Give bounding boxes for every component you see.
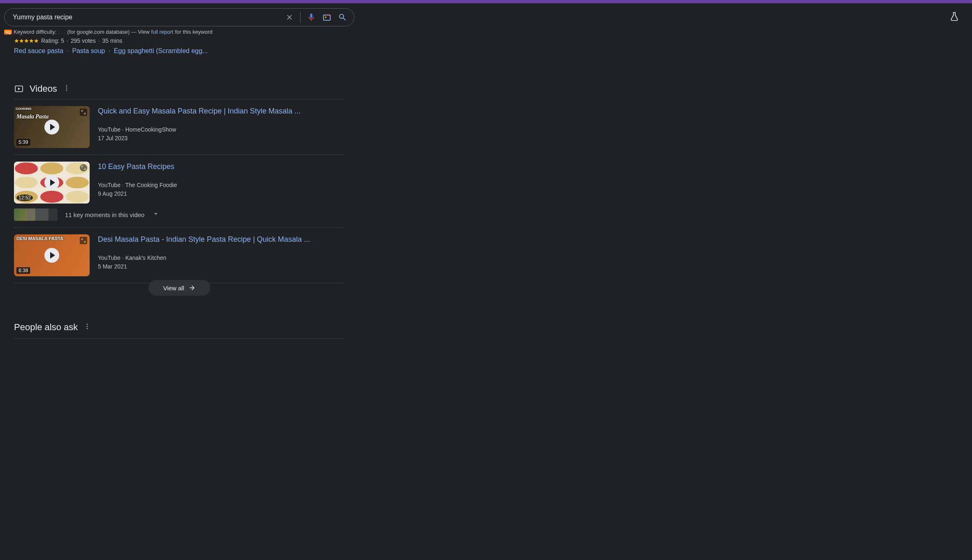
video-meta: YouTube · Kanak's Kitchen 5 Mar 2021: [98, 254, 345, 271]
star-icons: ★★★★★: [14, 37, 39, 44]
svg-point-6: [66, 90, 67, 91]
labs-icon[interactable]: [949, 11, 960, 23]
thumb-tag: COOKING: [16, 107, 31, 111]
video-duration: 6:38: [16, 267, 30, 274]
video-meta: YouTube · HomeCookingShow 17 Jul 2023: [98, 125, 345, 143]
video-title-link[interactable]: 10 Easy Pasta Recipes: [98, 162, 345, 171]
full-report-link[interactable]: full report: [151, 29, 174, 35]
view-all-label: View all: [163, 285, 184, 292]
video-info: Desi Masala Pasta - Indian Style Pasta R…: [98, 234, 345, 276]
sitelink-sep: ·: [67, 47, 69, 54]
svg-rect-0: [324, 15, 331, 21]
keyword-difficulty-bar: SQ Keyword difficulty: . . . (for google…: [0, 26, 972, 37]
search-input[interactable]: [13, 14, 285, 21]
svg-point-9: [87, 328, 88, 329]
video-date: 5 Mar 2021: [98, 263, 127, 270]
video-thumbnail[interactable]: COOKING Masala Pasta 5:39: [14, 106, 90, 148]
video-source: YouTube: [98, 182, 120, 188]
votes-text: 295 votes: [71, 37, 96, 44]
key-moments-row[interactable]: 11 key moments in this video: [14, 205, 345, 228]
video-meta: YouTube · The Cooking Foodie 9 Aug 2021: [98, 181, 345, 198]
video-result: COOKING Masala Pasta 5:39 Quick and Easy…: [14, 100, 345, 155]
voice-search-icon[interactable]: [306, 12, 316, 22]
video-title-link[interactable]: Desi Masala Pasta - Indian Style Pasta R…: [98, 235, 345, 244]
video-date: 17 Jul 2023: [98, 135, 127, 141]
videos-header: Videos: [14, 83, 345, 100]
rating-sep: ·: [67, 37, 68, 44]
paa-title: People also ask: [14, 322, 78, 333]
view-all-row: View all: [14, 283, 345, 305]
search-bar-container: [0, 3, 972, 26]
sitelinks-row: Red sauce pasta · Pasta soup · Egg spagh…: [14, 47, 345, 55]
video-title-link[interactable]: Quick and Easy Masala Pasta Recipe | Ind…: [98, 107, 345, 116]
keyword-db: (for google.com database) — View: [67, 29, 150, 35]
video-date: 9 Aug 2021: [98, 190, 127, 197]
video-source: YouTube: [98, 255, 120, 261]
play-icon[interactable]: [44, 175, 59, 190]
video-result: DESI MASALA PASTA 6:38 Desi Masala Pasta…: [14, 228, 345, 283]
video-thumbnail[interactable]: DESI MASALA PASTA 6:38: [14, 234, 90, 276]
play-icon[interactable]: [44, 120, 59, 134]
video-channel: Kanak's Kitchen: [125, 255, 167, 261]
sitelink-sep: ·: [109, 47, 110, 54]
play-icon[interactable]: [44, 248, 59, 263]
chevron-down-icon[interactable]: [152, 210, 160, 220]
thumb-overlay-text: DESI MASALA PASTA: [16, 236, 63, 241]
video-info: Quick and Easy Masala Pasta Recipe | Ind…: [98, 106, 345, 148]
paa-menu-icon[interactable]: [83, 323, 91, 332]
expand-icon[interactable]: [80, 109, 87, 116]
results-column: ★★★★★ Rating: 5 · 295 votes · 35 mins Re…: [14, 37, 345, 339]
search-icons-group: [285, 12, 351, 23]
rating-sep2: ·: [98, 37, 100, 44]
video-section-icon: [14, 84, 24, 94]
view-all-button[interactable]: View all: [148, 280, 211, 296]
people-also-ask-header: People also ask: [14, 322, 345, 339]
sitelink-red-sauce[interactable]: Red sauce pasta: [14, 47, 63, 54]
sitelink-pasta-soup[interactable]: Pasta soup: [72, 47, 105, 54]
keyword-suffix: for this keyword: [175, 29, 213, 35]
image-search-icon[interactable]: [322, 12, 332, 22]
video-result: 12:52 10 Easy Pasta Recipes YouTube · Th…: [14, 155, 345, 205]
svg-point-7: [87, 324, 88, 325]
arrow-right-icon: [188, 284, 196, 292]
icon-divider: [300, 12, 301, 23]
expand-icon[interactable]: [80, 237, 87, 244]
video-duration: 12:52: [16, 194, 33, 201]
video-channel: The Cooking Foodie: [125, 182, 177, 188]
sitelink-egg-spaghetti[interactable]: Egg spaghetti (Scrambled egg...: [114, 47, 208, 54]
keyword-label: Keyword difficulty:: [14, 29, 57, 35]
svg-point-5: [66, 88, 67, 89]
videos-title: Videos: [30, 83, 57, 94]
clear-icon[interactable]: [285, 12, 294, 22]
time-text: 35 mins: [102, 37, 123, 44]
mini-thumb: [36, 208, 58, 221]
videos-menu-icon[interactable]: [63, 84, 70, 93]
sq-badge: SQ: [4, 30, 12, 35]
svg-point-8: [87, 326, 88, 327]
moments-thumbnails: [14, 208, 58, 221]
svg-point-4: [66, 85, 67, 86]
svg-point-1: [325, 16, 326, 18]
rating-text: Rating: 5: [41, 37, 64, 44]
video-duration: 5:39: [16, 139, 30, 146]
expand-icon[interactable]: [80, 164, 87, 171]
video-channel: HomeCookingShow: [125, 126, 176, 133]
rating-row: ★★★★★ Rating: 5 · 295 votes · 35 mins: [14, 37, 345, 44]
thumb-overlay-text: Masala Pasta: [16, 113, 49, 120]
video-thumbnail[interactable]: 12:52: [14, 162, 90, 204]
keyword-dots: . . .: [58, 29, 66, 35]
video-info: 10 Easy Pasta Recipes YouTube · The Cook…: [98, 162, 345, 204]
search-box[interactable]: [4, 8, 354, 26]
browser-theme-bar: [0, 0, 972, 3]
svg-rect-2: [327, 14, 329, 16]
moments-label: 11 key moments in this video: [65, 211, 144, 218]
video-source: YouTube: [98, 126, 120, 133]
search-submit-icon[interactable]: [338, 12, 347, 22]
